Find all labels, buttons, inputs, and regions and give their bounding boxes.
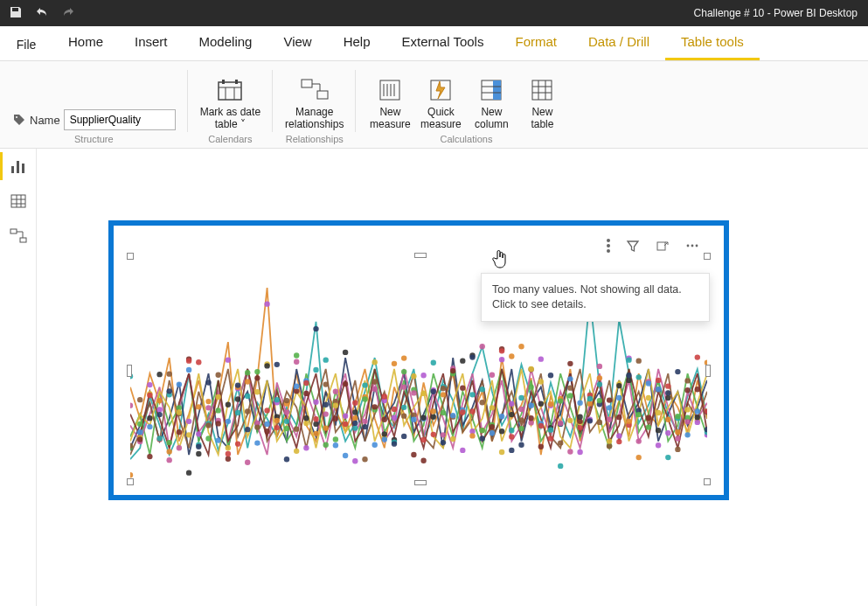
svg-point-90 <box>205 422 211 428</box>
tab-format[interactable]: Format <box>499 25 573 60</box>
svg-point-78 <box>186 358 191 363</box>
new-table-button[interactable]: New table <box>520 71 564 130</box>
svg-point-365 <box>656 428 661 433</box>
more-options-icon[interactable] <box>684 237 701 254</box>
resize-handle[interactable] <box>705 365 711 377</box>
redo-icon[interactable] <box>61 5 75 22</box>
report-canvas[interactable]: Too many values. Not showing all data. C… <box>37 149 868 606</box>
tab-modeling[interactable]: Modeling <box>184 25 268 60</box>
svg-point-53 <box>147 415 152 421</box>
visual-frame[interactable]: Too many values. Not showing all data. C… <box>108 220 729 500</box>
svg-point-105 <box>235 441 240 446</box>
svg-point-305 <box>558 421 563 426</box>
svg-point-52 <box>147 382 152 387</box>
svg-point-273 <box>509 434 514 439</box>
ribbon-tabs: File Home Insert Modeling View Help Exte… <box>0 26 868 61</box>
undo-icon[interactable] <box>35 5 49 22</box>
svg-point-199 <box>392 415 397 421</box>
svg-point-123 <box>264 421 269 427</box>
quick-measure-button[interactable]: Quick measure <box>419 71 462 130</box>
svg-point-300 <box>548 373 553 378</box>
svg-point-359 <box>646 415 651 421</box>
svg-point-225 <box>431 432 436 437</box>
svg-point-184 <box>362 396 367 401</box>
svg-point-59 <box>156 435 162 441</box>
svg-point-244 <box>460 448 465 453</box>
filter-icon[interactable] <box>624 237 642 254</box>
tab-file[interactable]: File <box>0 29 52 60</box>
tab-table-tools[interactable]: Table tools <box>665 25 760 60</box>
svg-point-142 <box>294 449 299 454</box>
svg-point-93 <box>216 373 221 378</box>
svg-point-348 <box>626 373 631 378</box>
report-view-button[interactable] <box>0 149 36 184</box>
svg-point-302 <box>558 463 563 469</box>
svg-point-358 <box>646 395 651 401</box>
svg-rect-23 <box>11 166 14 173</box>
svg-point-82 <box>196 404 201 409</box>
focus-mode-icon[interactable] <box>654 237 671 254</box>
svg-point-370 <box>665 417 670 422</box>
svg-point-48 <box>137 429 142 435</box>
tab-external-tools[interactable]: External Tools <box>386 25 500 60</box>
svg-point-154 <box>313 431 318 436</box>
svg-point-163 <box>333 436 338 442</box>
svg-point-146 <box>303 391 309 396</box>
resize-handle[interactable] <box>704 478 711 485</box>
resize-handle[interactable] <box>127 253 134 260</box>
svg-point-170 <box>343 381 348 387</box>
tab-insert[interactable]: Insert <box>119 25 184 60</box>
new-measure-button[interactable]: New measure <box>368 71 412 130</box>
svg-point-197 <box>382 431 387 436</box>
svg-point-386 <box>695 387 700 392</box>
svg-point-268 <box>499 357 504 362</box>
svg-point-55 <box>156 407 162 412</box>
svg-point-120 <box>254 440 260 445</box>
tab-help[interactable]: Help <box>328 25 386 60</box>
name-input[interactable] <box>64 109 176 130</box>
data-view-button[interactable] <box>0 184 36 219</box>
svg-point-68 <box>177 445 182 450</box>
svg-point-344 <box>626 378 631 383</box>
svg-point-260 <box>490 373 495 378</box>
svg-point-267 <box>499 414 504 419</box>
tab-data-drill[interactable]: Data / Drill <box>573 25 665 60</box>
save-icon[interactable] <box>9 5 23 22</box>
resize-handle[interactable] <box>414 253 427 258</box>
tab-view[interactable]: View <box>267 25 327 60</box>
manage-relationships-button[interactable]: Manage relationships <box>285 71 344 130</box>
svg-point-388 <box>695 420 700 425</box>
mark-as-date-table-button[interactable]: Mark as date table ˅ <box>200 71 260 130</box>
new-column-button[interactable]: New column <box>469 71 513 130</box>
resize-handle[interactable] <box>704 253 711 260</box>
svg-point-162 <box>323 381 329 387</box>
resize-handle[interactable] <box>127 365 132 377</box>
svg-point-286 <box>528 366 533 372</box>
resize-handle[interactable] <box>414 480 427 485</box>
svg-point-79 <box>196 431 201 436</box>
svg-point-89 <box>205 405 211 410</box>
svg-point-205 <box>401 355 406 360</box>
svg-point-279 <box>518 442 524 448</box>
svg-rect-4 <box>222 80 225 84</box>
svg-point-129 <box>274 425 280 430</box>
model-view-button[interactable] <box>0 219 36 254</box>
svg-point-88 <box>205 435 211 441</box>
resize-handle[interactable] <box>127 478 134 485</box>
svg-point-151 <box>313 400 318 405</box>
svg-point-139 <box>294 352 299 358</box>
svg-rect-5 <box>235 80 238 84</box>
tab-home[interactable]: Home <box>52 25 119 60</box>
svg-point-108 <box>235 382 240 387</box>
svg-point-251 <box>469 392 475 397</box>
svg-point-222 <box>420 437 426 442</box>
svg-point-233 <box>441 432 446 437</box>
svg-point-376 <box>675 414 680 419</box>
svg-point-363 <box>656 387 661 392</box>
svg-point-332 <box>607 417 612 422</box>
new-measure-label: New measure <box>370 106 411 130</box>
left-rail <box>0 149 37 606</box>
svg-point-333 <box>607 443 612 449</box>
info-icon[interactable] <box>605 236 612 255</box>
warning-tooltip[interactable]: Too many values. Not showing all data. C… <box>481 273 710 322</box>
